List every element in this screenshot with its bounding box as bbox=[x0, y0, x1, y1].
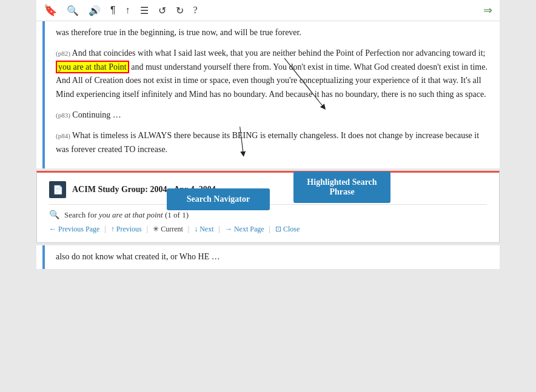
search-line: 🔍 Search for you are at that point (1 of… bbox=[49, 210, 487, 220]
insert-icon[interactable]: ↑ bbox=[126, 5, 130, 16]
callout-navigator: Search Navigator bbox=[167, 188, 270, 210]
next-btn[interactable]: ↓ Next bbox=[194, 225, 213, 234]
text-para82: (p82) And that coincides with what I sai… bbox=[56, 47, 487, 101]
nav-search-icon: 🔍 bbox=[49, 210, 59, 220]
next-page-btn[interactable]: → Next Page bbox=[225, 225, 264, 234]
toolbar-left: 🔖 🔍 🔊 ¶ ↑ ☰ ↺ ↻ ? bbox=[44, 4, 198, 17]
current-btn[interactable]: ✳ Current bbox=[153, 225, 183, 234]
align-icon[interactable]: ☰ bbox=[140, 5, 149, 16]
forward-icon[interactable]: ↻ bbox=[176, 5, 184, 16]
text-para84: (p84) What is timeless is ALWAYS there b… bbox=[56, 129, 487, 156]
search-prefix: Search for you are at that point (1 of 1… bbox=[64, 210, 189, 220]
search-icon[interactable]: 🔍 bbox=[67, 5, 79, 16]
prev-page-btn[interactable]: ← Previous Page bbox=[49, 225, 99, 234]
help-icon[interactable]: ? bbox=[193, 5, 198, 16]
highlighted-phrase: you are at that Point bbox=[56, 61, 129, 73]
paragraph-icon[interactable]: ¶ bbox=[110, 5, 116, 16]
audio-icon[interactable]: 🔊 bbox=[89, 5, 101, 16]
callout-highlighted: Highlighted Search Phrase bbox=[293, 171, 390, 203]
doc-icon: 📄 bbox=[49, 181, 66, 198]
back-icon[interactable]: ↺ bbox=[158, 5, 166, 16]
bookmark-icon[interactable]: 🔖 bbox=[44, 4, 57, 17]
toolbar: 🔖 🔍 🔊 ¶ ↑ ☰ ↺ ↻ ? ⇒ bbox=[36, 0, 500, 21]
bottom-text: also do not know what created it, or Who… bbox=[56, 252, 220, 261]
export-icon[interactable]: ⇒ bbox=[483, 4, 492, 17]
prev-btn[interactable]: ↑ Previous bbox=[111, 225, 142, 234]
text-para83: (p83) Continuing … bbox=[56, 108, 487, 122]
text-line1: was therefore true in the beginning, is … bbox=[56, 26, 487, 39]
close-btn[interactable]: ⊡ Close bbox=[275, 225, 300, 234]
nav-controls: ← Previous Page | ↑ Previous | ✳ Current… bbox=[49, 225, 487, 234]
